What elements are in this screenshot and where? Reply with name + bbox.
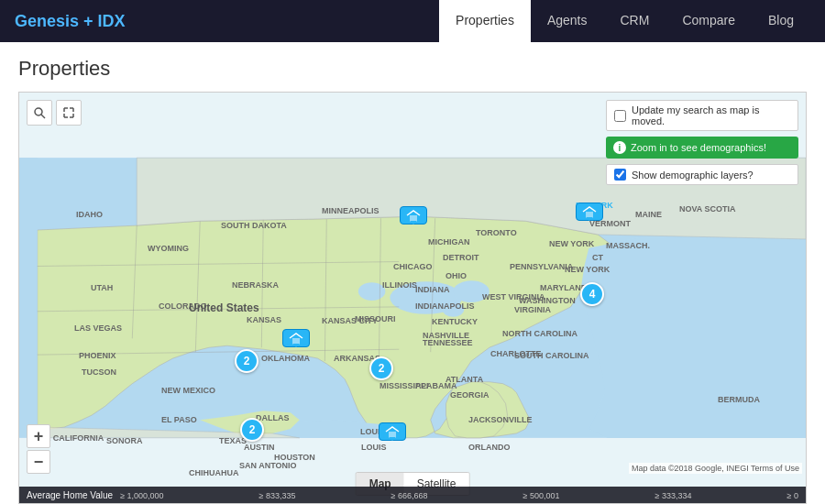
marker-cluster-2[interactable]: 2 bbox=[369, 356, 393, 380]
update-search-label: Update my search as map is moved. bbox=[632, 104, 790, 126]
demographic-layers-row: Show demographic layers? bbox=[606, 164, 798, 185]
svg-point-4 bbox=[443, 302, 465, 317]
legend-label: Average Home Value bbox=[27, 490, 113, 500]
svg-point-2 bbox=[453, 280, 489, 302]
marker-house-1[interactable] bbox=[282, 329, 310, 347]
legend-val-1: ≥ 833,335 bbox=[259, 491, 296, 500]
svg-rect-21 bbox=[410, 215, 417, 222]
logo-text: Genesis + IDX bbox=[15, 12, 126, 30]
legend-val-3: ≥ 500,001 bbox=[523, 491, 560, 500]
search-map-button[interactable] bbox=[27, 100, 52, 126]
zoom-demographics-text: Zoom in to see demographics! bbox=[631, 142, 766, 153]
nav-item-blog[interactable]: Blog bbox=[752, 0, 810, 42]
map-legend: Average Home Value ≥ 1,000,000 ≥ 833,335… bbox=[19, 487, 806, 503]
nav-item-crm[interactable]: CRM bbox=[603, 0, 666, 42]
zoom-out-button[interactable]: − bbox=[27, 450, 50, 474]
map-controls-bottom-left: + − bbox=[27, 424, 50, 474]
map-container[interactable]: IDAHO WYOMING UTAH COLORADO KANSAS NEBRA… bbox=[18, 92, 807, 504]
svg-point-22 bbox=[35, 108, 42, 115]
page-content: Properties bbox=[0, 42, 825, 504]
legend-values: ≥ 1,000,000 ≥ 833,335 ≥ 666,668 ≥ 500,00… bbox=[120, 491, 798, 500]
demographic-layers-checkbox[interactable] bbox=[614, 169, 626, 181]
svg-point-3 bbox=[358, 282, 386, 301]
svg-rect-17 bbox=[389, 432, 396, 438]
demographic-layers-label: Show demographic layers? bbox=[632, 170, 754, 181]
svg-rect-19 bbox=[586, 212, 593, 218]
legend-val-5: ≥ 0 bbox=[786, 491, 798, 500]
svg-rect-15 bbox=[292, 338, 300, 345]
header: Genesis + IDX Properties Agents CRM Comp… bbox=[0, 0, 825, 42]
legend-val-4: ≥ 333,334 bbox=[655, 491, 692, 500]
page-title: Properties bbox=[18, 57, 807, 81]
zoom-demographics-banner: i Zoom in to see demographics! bbox=[606, 137, 798, 159]
expand-map-button[interactable] bbox=[56, 100, 82, 126]
map-right-panel: Update my search as map is moved. i Zoom… bbox=[606, 100, 798, 185]
legend-val-2: ≥ 666,668 bbox=[391, 491, 428, 500]
legend-val-0: ≥ 1,000,000 bbox=[120, 491, 163, 500]
marker-cluster-3[interactable]: 2 bbox=[240, 418, 264, 442]
update-search-row: Update my search as map is moved. bbox=[606, 100, 798, 131]
main-nav: Properties Agents CRM Compare Blog bbox=[439, 0, 810, 42]
map-controls-top-left bbox=[27, 100, 82, 126]
marker-house-4[interactable] bbox=[400, 206, 427, 225]
info-icon: i bbox=[613, 141, 626, 154]
update-search-checkbox[interactable] bbox=[614, 110, 626, 122]
nav-item-agents[interactable]: Agents bbox=[531, 0, 604, 42]
zoom-in-button[interactable]: + bbox=[27, 424, 50, 448]
marker-house-2[interactable] bbox=[379, 422, 406, 441]
marker-cluster-1[interactable]: 2 bbox=[235, 349, 258, 373]
svg-line-23 bbox=[41, 115, 45, 118]
logo: Genesis + IDX bbox=[15, 12, 439, 31]
map-copyright: Map data ©2018 Google, INEGI Terms of Us… bbox=[629, 463, 802, 474]
marker-house-3[interactable] bbox=[576, 203, 603, 221]
nav-item-properties[interactable]: Properties bbox=[439, 0, 531, 42]
marker-cluster-4[interactable]: 4 bbox=[580, 282, 604, 306]
nav-item-compare[interactable]: Compare bbox=[666, 0, 752, 42]
